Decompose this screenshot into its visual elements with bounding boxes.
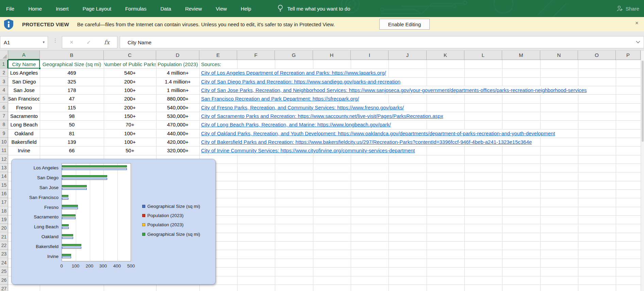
column-header-I[interactable]: I (351, 50, 389, 60)
cell-size[interactable]: 98 (40, 112, 103, 120)
row-number-17[interactable]: 17 (0, 198, 8, 206)
row-number-2[interactable]: 2 (0, 68, 8, 77)
cell-city[interactable]: Los Angeles (9, 69, 39, 77)
header-cell-geographical-size[interactable]: Geographical Size (sq mi) (40, 60, 103, 68)
row-number-9[interactable]: 9 (0, 129, 8, 138)
column-header-A[interactable]: A (8, 50, 40, 60)
cell-population[interactable]: 320,000+ (156, 147, 199, 154)
source-link[interactable]: City of Sacramento Parks and Recreation:… (200, 112, 445, 120)
column-header-P[interactable]: P (616, 50, 641, 60)
source-link[interactable]: City of Long Beach Parks, Recreation, an… (200, 121, 393, 128)
cell-size[interactable]: 139 (40, 138, 103, 146)
cell-population[interactable]: 1 million+ (156, 86, 199, 94)
tell-me-box[interactable]: Tell me what you want to do (278, 4, 350, 13)
share-button[interactable]: Share (616, 0, 639, 17)
source-link[interactable]: City of Fresno Parks, Recreation, and Co… (200, 104, 406, 111)
cell-parks[interactable]: 50+ (104, 147, 156, 154)
cancel-icon[interactable]: × (70, 39, 73, 46)
header-cell-public-parks[interactable]: Number of Public Parks (104, 60, 156, 68)
column-header-B[interactable]: B (40, 50, 104, 60)
row-number-16[interactable]: 16 (0, 189, 8, 198)
row-number-8[interactable]: 8 (0, 120, 8, 129)
cell-population[interactable]: 470,000+ (156, 121, 199, 128)
column-header-G[interactable]: G (275, 50, 313, 60)
cell-size[interactable]: 469 (40, 69, 103, 77)
cell-parks[interactable]: 100+ (104, 138, 156, 146)
formula-bar-input[interactable]: City Name (120, 36, 644, 48)
cell-city[interactable]: Sacramento (9, 112, 39, 120)
column-header-C[interactable]: C (104, 50, 156, 60)
ribbon-tab-formulas[interactable]: Formulas (125, 6, 147, 12)
cell-size[interactable]: 178 (40, 86, 103, 94)
source-link[interactable]: City of Irvine Community Services: https… (200, 147, 417, 154)
ribbon-tab-insert[interactable]: Insert (56, 6, 69, 12)
row-number-23[interactable]: 23 (0, 250, 8, 258)
column-header-K[interactable]: K (427, 50, 464, 60)
cell-size[interactable]: 50 (40, 121, 103, 128)
ribbon-tab-help[interactable]: Help (241, 6, 251, 12)
row-number-24[interactable]: 24 (0, 259, 8, 267)
cell-population[interactable]: 440,000+ (156, 129, 199, 137)
source-link[interactable]: City of Bakersfield Parks and Recreation… (200, 138, 534, 146)
row-number-18[interactable]: 18 (0, 207, 8, 215)
row-number-7[interactable]: 7 (0, 112, 8, 120)
cell-population[interactable]: 1.4 million+ (156, 78, 199, 86)
row-number-12[interactable]: 12 (0, 155, 8, 164)
formula-bar-expand-icon[interactable] (636, 41, 640, 44)
cell-parks[interactable]: 200+ (104, 95, 156, 103)
column-header-H[interactable]: H (313, 50, 351, 60)
cell-parks[interactable]: 200+ (104, 78, 156, 86)
cell-size[interactable]: 66 (40, 147, 103, 154)
ribbon-tab-review[interactable]: Review (185, 6, 202, 12)
cell-city[interactable]: San Jose (9, 86, 39, 94)
row-number-19[interactable]: 19 (0, 215, 8, 224)
source-link[interactable]: City of San Diego Parks and Recreation: … (200, 78, 402, 86)
source-link[interactable]: San Francisco Recreation and Park Depart… (200, 95, 361, 103)
ribbon-tab-page-layout[interactable]: Page Layout (83, 6, 111, 12)
column-header-E[interactable]: E (199, 50, 237, 60)
header-cell-sources[interactable]: Sources: (200, 60, 221, 68)
banner-close-icon[interactable]: × (635, 20, 639, 26)
enter-icon[interactable]: ✓ (86, 39, 91, 46)
column-header-F[interactable]: F (237, 50, 275, 60)
row-number-22[interactable]: 22 (0, 241, 8, 250)
cell-population[interactable]: 4 million+ (156, 69, 199, 77)
ribbon-tab-home[interactable]: Home (28, 6, 42, 12)
cell-parks[interactable]: 100+ (104, 86, 156, 94)
row-number-4[interactable]: 4 (0, 86, 8, 94)
cell-city[interactable]: San Francisco (9, 95, 39, 103)
row-number-3[interactable]: 3 (0, 77, 8, 86)
column-header-N[interactable]: N (540, 50, 578, 60)
column-header-J[interactable]: J (389, 50, 427, 60)
source-link[interactable]: City of Los Angeles Department of Recrea… (200, 69, 388, 77)
cell-city[interactable]: Oakland (9, 129, 39, 137)
cell-parks[interactable]: 150+ (104, 112, 156, 120)
vertical-scrollbar[interactable] (641, 50, 644, 291)
row-number-6[interactable]: 6 (0, 103, 8, 112)
row-number-15[interactable]: 15 (0, 181, 8, 189)
cell-population[interactable]: 530,000+ (156, 112, 199, 120)
cell-parks[interactable]: 70+ (104, 121, 156, 128)
select-all-corner[interactable] (0, 50, 8, 60)
cell-city[interactable]: Fresno (9, 104, 39, 111)
header-cell-population[interactable]: Population (2023) (156, 60, 199, 68)
bar-chart-object[interactable]: Los AngelesSan DiegoSan JoseSan Francisc… (11, 159, 216, 285)
source-link[interactable]: City of San Jose Parks, Recreation, and … (200, 86, 589, 94)
cell-city[interactable]: Long Beach (9, 121, 39, 128)
cell-size[interactable]: 81 (40, 129, 103, 137)
cell-city[interactable]: Bakersfield (9, 138, 39, 146)
name-box-dropdown-icon[interactable]: ▼ (42, 41, 45, 44)
row-number-26[interactable]: 26 (0, 276, 8, 285)
source-link[interactable]: City of Oakland Parks, Recreation, and Y… (200, 129, 557, 137)
cell-parks[interactable]: 100+ (104, 129, 156, 137)
cell-population[interactable]: 880,000+ (156, 95, 199, 103)
row-number-14[interactable]: 14 (0, 172, 8, 181)
cell-size[interactable]: 115 (40, 104, 103, 111)
row-number-5[interactable]: 5 (0, 94, 8, 103)
row-number-20[interactable]: 20 (0, 224, 8, 232)
cell-parks[interactable]: 200+ (104, 104, 156, 111)
row-number-13[interactable]: 13 (0, 164, 8, 172)
cell-population[interactable]: 420,000+ (156, 138, 199, 146)
ribbon-tab-file[interactable]: File (6, 6, 14, 12)
ribbon-tab-data[interactable]: Data (160, 6, 171, 12)
